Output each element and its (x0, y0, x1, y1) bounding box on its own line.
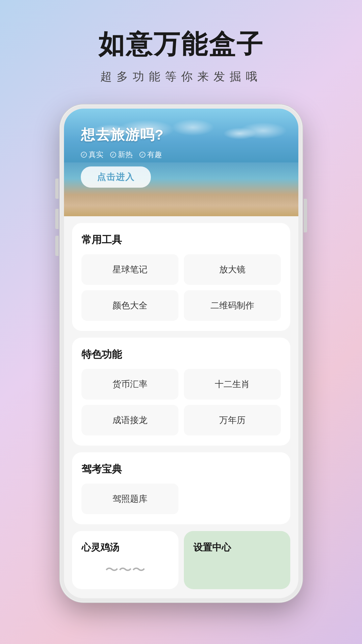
tool-shengxiao[interactable]: 十二生肖 (184, 369, 281, 400)
soul-soup-title: 心灵鸡汤 (81, 541, 169, 554)
settings-center-title: 设置中心 (193, 541, 281, 554)
banner-tag-2: ✓ 新热 (110, 150, 133, 160)
settings-center-card[interactable]: 设置中心 (184, 531, 290, 589)
common-tools-title: 常用工具 (81, 233, 281, 247)
enter-button[interactable]: 点击进入 (81, 166, 151, 188)
tag-label-1: 真实 (89, 150, 103, 160)
soul-soup-icon: 〜〜〜 (81, 561, 169, 579)
check-icon-2: ✓ (110, 152, 116, 158)
driving-exam-title: 驾考宝典 (81, 462, 281, 476)
tool-qrcode[interactable]: 二维码制作 (184, 290, 281, 321)
common-tools-grid: 星球笔记 放大镜 颜色大全 二维码制作 (81, 254, 281, 321)
banner-title: 想去旅游吗? (81, 125, 164, 144)
tool-huobilv[interactable]: 货币汇率 (81, 369, 178, 400)
banner-tag-1: ✓ 真实 (81, 150, 103, 160)
tag-label-2: 新热 (118, 150, 133, 160)
check-icon-1: ✓ (81, 152, 87, 158)
tool-wannianli[interactable]: 万年历 (184, 405, 281, 435)
special-features-title: 特色功能 (81, 348, 281, 362)
header-section: 如意万能盒子 超多功能等你来发掘哦 (0, 0, 362, 98)
tag-label-3: 有趣 (147, 150, 162, 160)
special-features-section: 特色功能 货币汇率 十二生肖 成语接龙 万年历 (72, 338, 290, 446)
banner-tags: ✓ 真实 ✓ 新热 ✓ 有趣 (81, 150, 164, 160)
sub-title: 超多功能等你来发掘哦 (0, 69, 362, 84)
content-area: 常用工具 星球笔记 放大镜 颜色大全 二维码制作 特色功能 货币汇率 十二生肖 … (64, 223, 298, 589)
common-tools-section: 常用工具 星球笔记 放大镜 颜色大全 二维码制作 (72, 223, 290, 331)
tool-fangdajing[interactable]: 放大镜 (184, 254, 281, 285)
soul-soup-card[interactable]: 心灵鸡汤 〜〜〜 (72, 531, 178, 589)
main-title: 如意万能盒子 (0, 27, 362, 62)
driving-exam-section: 驾考宝典 驾照题库 (72, 452, 290, 524)
check-icon-3: ✓ (139, 152, 145, 158)
banner-tag-3: ✓ 有趣 (139, 150, 162, 160)
phone-mockup: 想去旅游吗? ✓ 真实 ✓ 新热 ✓ 有趣 (60, 105, 302, 602)
tool-xingqiubiji[interactable]: 星球笔记 (81, 254, 178, 285)
tool-jiazhaotiku[interactable]: 驾照题库 (81, 484, 178, 514)
beach-banner: 想去旅游吗? ✓ 真实 ✓ 新热 ✓ 有趣 (64, 109, 298, 216)
bottom-cards-row: 心灵鸡汤 〜〜〜 设置中心 (72, 531, 290, 589)
tool-chengyujielong[interactable]: 成语接龙 (81, 405, 178, 435)
banner-text-area: 想去旅游吗? ✓ 真实 ✓ 新热 ✓ 有趣 (81, 125, 164, 188)
driving-tools-grid: 驾照题库 (81, 484, 281, 514)
phone-screen: 想去旅游吗? ✓ 真实 ✓ 新热 ✓ 有趣 (64, 109, 298, 598)
wave-icon: 〜〜〜 (105, 561, 145, 579)
special-features-grid: 货币汇率 十二生肖 成语接龙 万年历 (81, 369, 281, 435)
tool-yansedaquan[interactable]: 颜色大全 (81, 290, 178, 321)
phone-container: 想去旅游吗? ✓ 真实 ✓ 新热 ✓ 有趣 (0, 105, 362, 602)
